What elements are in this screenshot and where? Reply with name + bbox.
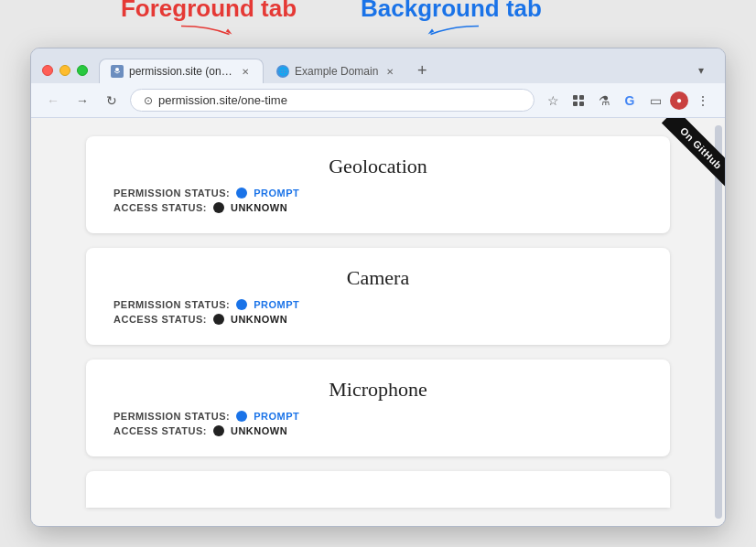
microphone-permission-label: PERMISSION STATUS: bbox=[113, 411, 230, 422]
camera-access-value: UNKNOWN bbox=[231, 314, 287, 325]
camera-access-label: ACCESS STATUS: bbox=[113, 314, 207, 325]
outer-wrapper: Foreground tab Background tab bbox=[30, 48, 726, 527]
geolocation-title: Geolocation bbox=[113, 155, 643, 178]
profile-icon[interactable]: ● bbox=[670, 91, 688, 110]
geolocation-permission-label: PERMISSION STATUS: bbox=[113, 188, 230, 198]
svg-marker-0 bbox=[226, 29, 232, 35]
tab-permission-favicon bbox=[111, 65, 124, 78]
nav-bar: ← → ↻ ⊙ permission.site/one-time ☆ ⚗ bbox=[31, 83, 725, 118]
cards-container: Geolocation PERMISSION STATUS: PROMPT AC… bbox=[31, 118, 725, 526]
new-tab-button[interactable]: + bbox=[409, 58, 435, 83]
browser-window: permission.site (one-time) ✕ 🌐 Example D… bbox=[30, 48, 726, 527]
geolocation-permission-value: PROMPT bbox=[254, 188, 299, 198]
camera-card: Camera PERMISSION STATUS: PROMPT ACCESS … bbox=[86, 248, 670, 345]
close-button[interactable] bbox=[42, 65, 53, 76]
partial-card bbox=[86, 471, 670, 508]
tab-example-favicon: 🌐 bbox=[276, 65, 289, 78]
back-button[interactable]: ← bbox=[42, 90, 64, 112]
content-area: On GitHub Geolocation PERMISSION STATUS:… bbox=[31, 118, 725, 526]
camera-permission-label: PERMISSION STATUS: bbox=[113, 299, 230, 310]
tabs-dropdown-button[interactable]: ▾ bbox=[688, 58, 714, 83]
address-bar-lock-icon: ⊙ bbox=[144, 94, 153, 107]
extension-icon[interactable] bbox=[567, 90, 589, 112]
svg-rect-5 bbox=[573, 95, 578, 100]
svg-rect-7 bbox=[573, 102, 578, 106]
microphone-permission-dot bbox=[236, 411, 247, 422]
svg-rect-6 bbox=[579, 95, 584, 100]
tab-permission-title: permission.site (one-time) bbox=[129, 65, 233, 78]
google-icon[interactable]: G bbox=[619, 90, 641, 112]
title-bar: permission.site (one-time) ✕ 🌐 Example D… bbox=[31, 48, 725, 83]
microphone-access-value: UNKNOWN bbox=[231, 425, 287, 436]
forward-button[interactable]: → bbox=[71, 90, 93, 112]
camera-title: Camera bbox=[113, 266, 643, 290]
menu-button[interactable]: ⋮ bbox=[692, 90, 714, 112]
svg-marker-1 bbox=[428, 29, 435, 35]
microphone-access-dot bbox=[213, 425, 224, 436]
maximize-button[interactable] bbox=[77, 65, 88, 76]
geolocation-card: Geolocation PERMISSION STATUS: PROMPT AC… bbox=[86, 136, 670, 233]
svg-rect-8 bbox=[579, 102, 584, 106]
geolocation-permission-dot bbox=[236, 188, 247, 198]
background-tab-label: Background tab bbox=[351, 0, 552, 23]
github-ribbon-text: On GitHub bbox=[662, 118, 725, 188]
tab-example-title: Example Domain bbox=[295, 65, 378, 78]
refresh-button[interactable]: ↻ bbox=[101, 90, 123, 112]
tabs-row: permission.site (one-time) ✕ 🌐 Example D… bbox=[99, 58, 714, 83]
camera-permission-dot bbox=[236, 299, 247, 310]
address-bar[interactable]: ⊙ permission.site/one-time bbox=[130, 89, 535, 112]
bookmark-icon[interactable]: ☆ bbox=[542, 90, 564, 112]
tab-labels: Foreground tab Background tab bbox=[30, 0, 726, 23]
github-ribbon[interactable]: On GitHub bbox=[633, 118, 725, 209]
svg-line-3 bbox=[114, 71, 117, 73]
svg-line-4 bbox=[117, 71, 120, 73]
cast-icon[interactable]: ▭ bbox=[644, 90, 666, 112]
lab-icon[interactable]: ⚗ bbox=[593, 90, 615, 112]
microphone-access-row: ACCESS STATUS: UNKNOWN bbox=[113, 425, 643, 436]
foreground-tab-arrow bbox=[172, 25, 245, 36]
geolocation-access-label: ACCESS STATUS: bbox=[113, 202, 207, 213]
geolocation-access-value: UNKNOWN bbox=[231, 202, 287, 213]
svg-point-2 bbox=[115, 68, 119, 71]
background-tab-arrow bbox=[415, 25, 488, 36]
camera-access-row: ACCESS STATUS: UNKNOWN bbox=[113, 314, 643, 325]
window-controls bbox=[42, 65, 88, 76]
tab-example[interactable]: 🌐 Example Domain ✕ bbox=[265, 59, 407, 83]
microphone-title: Microphone bbox=[113, 378, 643, 402]
minimize-button[interactable] bbox=[59, 65, 70, 76]
tab-permission-close[interactable]: ✕ bbox=[239, 65, 252, 78]
camera-permission-row: PERMISSION STATUS: PROMPT bbox=[113, 299, 643, 310]
tab-example-close[interactable]: ✕ bbox=[383, 65, 396, 78]
foreground-tab-label: Foreground tab bbox=[76, 0, 341, 23]
microphone-permission-value: PROMPT bbox=[254, 411, 299, 422]
microphone-permission-row: PERMISSION STATUS: PROMPT bbox=[113, 411, 643, 422]
camera-access-dot bbox=[213, 314, 224, 325]
tab-permission[interactable]: permission.site (one-time) ✕ bbox=[99, 59, 264, 83]
nav-icons: ☆ ⚗ G ▭ ● ⋮ bbox=[542, 90, 714, 112]
geolocation-access-row: ACCESS STATUS: UNKNOWN bbox=[113, 202, 643, 213]
address-text: permission.site/one-time bbox=[158, 93, 521, 107]
geolocation-permission-row: PERMISSION STATUS: PROMPT bbox=[113, 188, 643, 198]
microphone-card: Microphone PERMISSION STATUS: PROMPT ACC… bbox=[86, 359, 670, 456]
camera-permission-value: PROMPT bbox=[254, 299, 299, 310]
microphone-access-label: ACCESS STATUS: bbox=[113, 425, 207, 436]
geolocation-access-dot bbox=[213, 202, 224, 213]
